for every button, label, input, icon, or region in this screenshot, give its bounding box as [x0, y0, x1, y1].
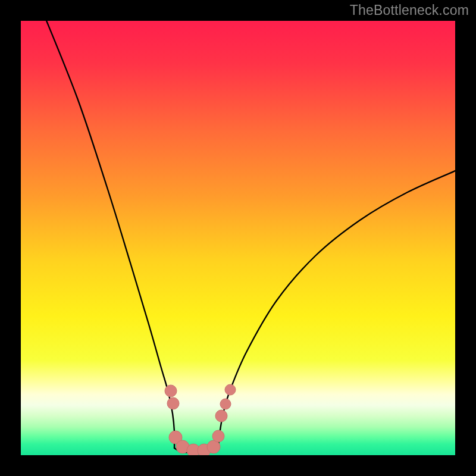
data-marker	[165, 385, 177, 397]
marker-layer	[165, 384, 236, 455]
data-marker	[225, 384, 236, 395]
data-marker	[167, 397, 179, 409]
curve-layer	[21, 21, 455, 455]
chart-frame: TheBottleneck.com	[0, 0, 476, 476]
data-marker	[212, 430, 224, 442]
plot-area	[21, 21, 455, 455]
data-marker	[220, 399, 231, 409]
curve-right	[218, 170, 455, 448]
curve-left	[42, 21, 174, 448]
data-marker	[215, 410, 227, 422]
watermark-text: TheBottleneck.com	[350, 2, 469, 18]
